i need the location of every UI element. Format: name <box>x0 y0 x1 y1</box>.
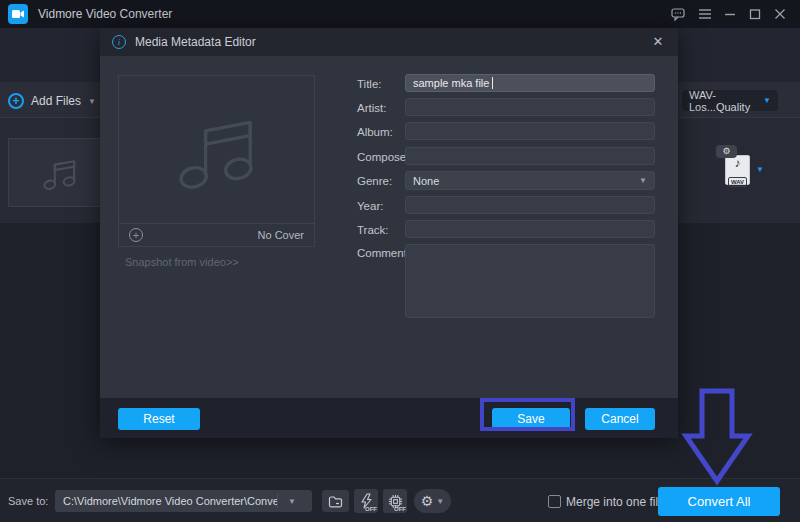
cover-art-box: + No Cover <box>118 75 315 247</box>
add-plus-icon: + <box>8 93 24 109</box>
dialog-footer: Reset Save Cancel <box>100 398 678 438</box>
add-files-label: Add Files <box>31 94 81 108</box>
dialog-close-icon[interactable]: ✕ <box>650 34 666 50</box>
music-note-icon <box>38 152 80 194</box>
down-arrow-annotation <box>676 386 758 486</box>
media-metadata-editor-dialog: i Media Metadata Editor ✕ + No Cover Sna… <box>100 28 678 438</box>
hardware-acceleration-button[interactable]: OFF <box>354 489 378 513</box>
title-label: Title: <box>357 78 405 90</box>
album-label: Album: <box>357 126 405 138</box>
artist-label: Artist: <box>357 102 405 114</box>
file-settings-gear-icon[interactable]: ⚙ <box>716 145 737 158</box>
app-logo-icon <box>8 4 28 24</box>
save-path-dropdown[interactable]: C:\Vidmore\Vidmore Video Converter\Conve… <box>55 490 312 512</box>
convert-all-button[interactable]: Convert All <box>658 487 780 516</box>
titlebar: Vidmore Video Converter <box>0 0 800 28</box>
year-label: Year: <box>357 200 405 212</box>
info-icon: i <box>112 35 126 49</box>
comments-field[interactable] <box>405 244 655 318</box>
menu-icon[interactable] <box>695 4 715 24</box>
track-label: Track: <box>357 224 405 236</box>
gear-icon: ⚙ <box>421 493 434 509</box>
cover-music-note-icon <box>169 98 264 198</box>
cover-strip: + No Cover <box>119 223 314 246</box>
add-files-caret-icon: ▼ <box>88 97 96 106</box>
media-thumbnail[interactable] <box>8 138 110 207</box>
add-cover-button[interactable]: + <box>129 228 143 242</box>
year-field[interactable] <box>405 196 655 214</box>
save-path-value: C:\Vidmore\Vidmore Video Converter\Conve… <box>55 495 277 507</box>
path-caret-icon: ▼ <box>278 497 306 506</box>
wav-format-badge: WAV <box>728 177 747 187</box>
file-note-icon: ♪ <box>726 156 749 170</box>
settings-caret-icon: ▼ <box>436 497 444 506</box>
no-cover-label: No Cover <box>258 229 304 241</box>
window-title: Vidmore Video Converter <box>38 7 172 21</box>
composer-field[interactable] <box>405 147 655 165</box>
cancel-button[interactable]: Cancel <box>585 408 655 430</box>
gpu-acceleration-button[interactable]: OFF <box>383 489 407 513</box>
output-format-value: WAV-Los...Quality <box>689 89 763 113</box>
title-field[interactable] <box>405 74 655 92</box>
genre-value: None <box>413 175 439 187</box>
composer-label: Composer: <box>357 151 405 163</box>
track-field[interactable] <box>405 220 655 238</box>
format-caret-icon: ▼ <box>763 96 771 105</box>
dialog-header: i Media Metadata Editor ✕ <box>100 28 678 56</box>
close-button[interactable] <box>770 4 790 24</box>
app-window: Vidmore Video Converter + Add Files ▼ WA… <box>0 0 800 522</box>
feedback-icon[interactable] <box>668 4 688 24</box>
flash-off-label: OFF <box>365 506 377 512</box>
reset-button[interactable]: Reset <box>118 408 200 430</box>
text-cursor <box>492 77 493 89</box>
output-file-caret-icon[interactable]: ▼ <box>756 165 764 174</box>
comments-label: Comments: <box>357 247 405 259</box>
folder-icon <box>330 497 342 507</box>
genre-dropdown[interactable]: None ▼ <box>405 171 655 190</box>
artist-field[interactable] <box>405 98 655 116</box>
maximize-button[interactable] <box>745 4 765 24</box>
add-files-button[interactable]: + Add Files ▼ <box>8 90 96 112</box>
snapshot-from-video-link[interactable]: Snapshot from video>> <box>125 256 239 268</box>
genre-caret-icon: ▼ <box>639 176 647 185</box>
save-to-label: Save to: <box>8 495 48 507</box>
dialog-title: Media Metadata Editor <box>135 35 256 49</box>
merge-checkbox[interactable] <box>548 495 561 508</box>
genre-label: Genre: <box>357 175 405 187</box>
open-folder-button[interactable] <box>322 490 349 512</box>
output-format-dropdown[interactable]: WAV-Los...Quality ▼ <box>682 90 778 111</box>
chip-off-label: OFF <box>394 506 406 512</box>
album-field[interactable] <box>405 122 655 140</box>
minimize-button[interactable] <box>720 4 740 24</box>
output-file-icon[interactable]: ♪WAV <box>725 155 750 185</box>
save-highlight-annotation <box>480 398 575 431</box>
settings-button[interactable]: ⚙ ▼ <box>414 489 451 513</box>
merge-label: Merge into one file <box>566 495 665 509</box>
